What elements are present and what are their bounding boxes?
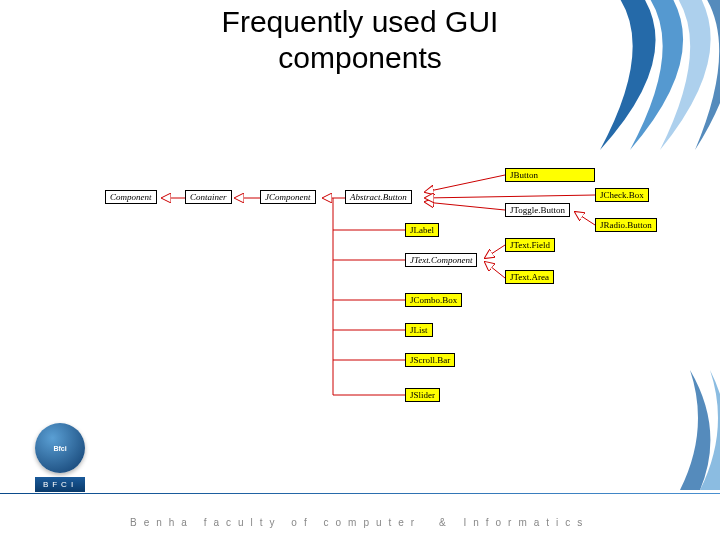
class-hierarchy-diagram: Component Container JComponent Abstract.… [105,170,705,450]
node-jcombo-box: JCombo.Box [405,293,462,307]
footer-part1: Benha faculty of computer [130,517,421,528]
footer-amp: & [439,517,446,528]
svg-line-10 [425,175,505,192]
node-jcomponent: JComponent [260,190,316,204]
node-jtoggle-button: JToggle.Button [505,203,570,217]
node-container: Container [185,190,232,204]
node-abstract-button: Abstract.Button [345,190,412,204]
footer-part2: Informatics [463,517,589,528]
title-text: Frequently used GUI components [200,4,520,76]
svg-line-14 [485,245,505,258]
node-component: Component [105,190,157,204]
page-title: Frequently used GUI components [200,4,520,76]
decorative-swoosh-top [550,0,720,150]
logo-block: Bfci BFCI [20,423,100,492]
node-jtext-area: JText.Area [505,270,554,284]
svg-line-11 [425,202,505,210]
node-jscroll-bar: JScroll.Bar [405,353,455,367]
node-jradio-button: JRadio.Button [595,218,657,232]
node-jslider: JSlider [405,388,440,402]
footer-text: Benha faculty of computer & Informatics [130,517,589,528]
footer-bar: Benha faculty of computer & Informatics [0,494,720,540]
logo-abbrev: BFCI [35,477,85,492]
svg-line-13 [575,212,595,225]
node-jlist: JList [405,323,433,337]
bfci-logo-icon: Bfci [35,423,85,473]
node-jcheck-box: JCheck.Box [595,188,649,202]
node-jtext-component: JText.Component [405,253,477,267]
svg-line-15 [485,262,505,278]
node-jtext-field: JText.Field [505,238,555,252]
svg-line-12 [425,195,595,198]
node-jlabel: JLabel [405,223,439,237]
node-jbutton: JButton [505,168,595,182]
